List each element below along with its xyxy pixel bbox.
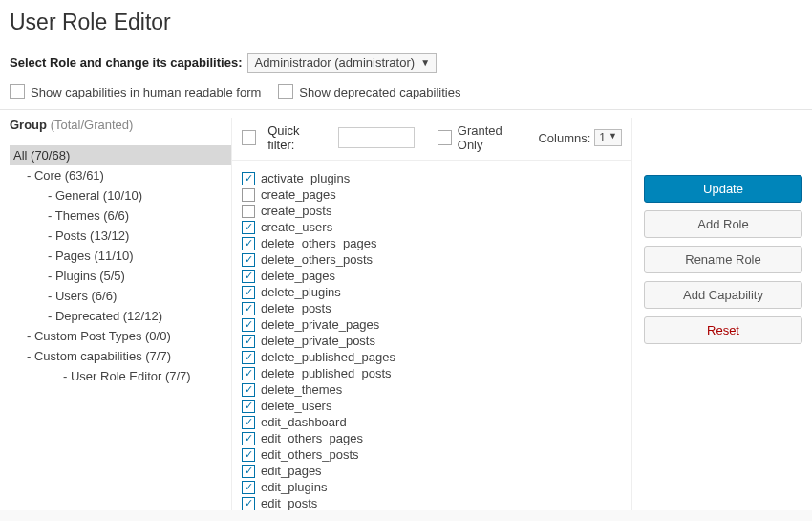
- group-item-themes[interactable]: Themes (6/6): [10, 206, 231, 226]
- capability-item[interactable]: edit_others_pages: [242, 430, 622, 446]
- capability-label: delete_private_posts: [261, 334, 375, 348]
- rename-role-button[interactable]: Rename Role: [644, 246, 802, 273]
- show-deprecated-checkbox[interactable]: Show deprecated capabilities: [278, 84, 460, 99]
- group-item-pages[interactable]: Pages (11/10): [10, 246, 231, 266]
- capability-label: edit_dashboard: [261, 415, 347, 429]
- capability-label: delete_published_posts: [261, 366, 392, 380]
- capability-item[interactable]: delete_published_posts: [242, 365, 622, 381]
- capability-label: edit_pages: [261, 464, 322, 478]
- group-item-custom-capabilities[interactable]: Custom capabilities (7/7): [10, 346, 231, 366]
- group-item-core[interactable]: Core (63/61): [10, 165, 231, 185]
- capability-checkbox[interactable]: [242, 335, 255, 348]
- quick-filter-input[interactable]: [338, 127, 415, 148]
- capability-item[interactable]: delete_posts: [242, 300, 622, 316]
- capability-label: delete_others_pages: [261, 236, 376, 250]
- capability-label: delete_published_pages: [261, 350, 395, 364]
- show-deprecated-label: Show deprecated capabilities: [299, 85, 460, 99]
- group-item-all[interactable]: All (70/68): [10, 145, 231, 165]
- select-all-checkbox[interactable]: [242, 130, 256, 145]
- update-button[interactable]: Update: [644, 175, 802, 203]
- group-header: Group (Total/Granted): [10, 118, 231, 145]
- granted-only-label: Granted Only: [458, 123, 527, 152]
- capability-label: delete_posts: [261, 301, 331, 315]
- capability-label: delete_users: [261, 399, 331, 413]
- capability-checkbox[interactable]: [242, 481, 255, 494]
- group-item-plugins[interactable]: Plugins (5/5): [10, 266, 231, 286]
- checkbox-icon: [10, 84, 25, 99]
- capability-checkbox[interactable]: [242, 400, 255, 413]
- capability-label: delete_themes: [261, 382, 342, 397]
- capability-label: create_pages: [261, 187, 336, 202]
- show-human-readable-checkbox[interactable]: Show capabilities in human readable form: [10, 84, 261, 99]
- capability-item[interactable]: create_pages: [242, 186, 622, 203]
- capability-item[interactable]: delete_users: [242, 398, 622, 414]
- role-select[interactable]: Administrador (administrator) ▼: [247, 53, 437, 73]
- granted-only-checkbox[interactable]: Granted Only: [438, 123, 527, 152]
- capability-checkbox[interactable]: [242, 286, 255, 299]
- capability-checkbox[interactable]: [242, 270, 255, 283]
- capability-checkbox[interactable]: [242, 188, 255, 202]
- capability-checkbox[interactable]: [242, 237, 255, 250]
- capability-checkbox[interactable]: [242, 432, 255, 445]
- capability-checkbox[interactable]: [242, 465, 255, 478]
- role-select-value: Administrador (administrator): [254, 55, 415, 70]
- capability-label: edit_plugins: [261, 480, 327, 494]
- capability-checkbox[interactable]: [242, 221, 255, 234]
- capability-label: delete_pages: [261, 269, 335, 283]
- show-human-label: Show capabilities in human readable form: [31, 85, 261, 99]
- select-role-label: Select Role and change its capabilities:: [10, 55, 242, 70]
- group-item-posts[interactable]: Posts (13/12): [10, 226, 231, 246]
- capability-item[interactable]: edit_others_posts: [242, 446, 622, 463]
- capability-item[interactable]: edit_posts: [242, 495, 622, 510]
- capability-checkbox[interactable]: [242, 497, 255, 510]
- capability-checkbox[interactable]: [242, 205, 255, 218]
- capability-label: delete_plugins: [261, 285, 341, 299]
- checkbox-icon: [438, 130, 452, 145]
- capability-label: activate_plugins: [261, 171, 350, 185]
- capability-item[interactable]: delete_private_posts: [242, 333, 622, 349]
- capability-checkbox[interactable]: [242, 302, 255, 315]
- capability-item[interactable]: edit_pages: [242, 463, 622, 479]
- capability-item[interactable]: delete_published_pages: [242, 349, 622, 365]
- capability-item[interactable]: delete_private_pages: [242, 316, 622, 333]
- capability-item[interactable]: create_users: [242, 219, 622, 235]
- checkbox-icon: [278, 84, 293, 99]
- add-role-button[interactable]: Add Role: [644, 210, 802, 238]
- capability-checkbox[interactable]: [242, 383, 255, 397]
- capability-item[interactable]: edit_plugins: [242, 479, 622, 495]
- capability-checkbox[interactable]: [242, 351, 255, 364]
- columns-select[interactable]: 1 ▼: [594, 129, 622, 146]
- capability-label: delete_private_pages: [261, 317, 379, 332]
- capability-checkbox[interactable]: [242, 172, 255, 185]
- capability-label: create_users: [261, 220, 332, 234]
- group-item-deprecated[interactable]: Deprecated (12/12): [10, 306, 231, 326]
- capability-item[interactable]: create_posts: [242, 203, 622, 219]
- capability-checkbox[interactable]: [242, 253, 255, 267]
- capability-checkbox[interactable]: [242, 318, 255, 332]
- capability-item[interactable]: edit_dashboard: [242, 414, 622, 430]
- chevron-down-icon: ▼: [609, 131, 617, 141]
- quick-filter-label: Quick filter:: [267, 123, 326, 152]
- add-capability-button[interactable]: Add Capability: [644, 281, 802, 309]
- columns-value: 1: [599, 131, 606, 144]
- columns-label: Columns:: [538, 131, 590, 145]
- capability-item[interactable]: delete_plugins: [242, 284, 622, 300]
- capability-item[interactable]: delete_others_pages: [242, 235, 622, 251]
- capability-checkbox[interactable]: [242, 367, 255, 380]
- capabilities-list: activate_pluginscreate_pagescreate_posts…: [232, 161, 631, 510]
- group-item-custom-post-types[interactable]: Custom Post Types (0/0): [10, 326, 231, 346]
- capability-label: edit_posts: [261, 496, 317, 510]
- capability-label: create_posts: [261, 204, 331, 218]
- group-item-general[interactable]: General (10/10): [10, 185, 231, 206]
- capability-checkbox[interactable]: [242, 448, 255, 462]
- reset-button[interactable]: Reset: [644, 316, 802, 344]
- group-item-user-role-editor[interactable]: User Role Editor (7/7): [10, 366, 231, 386]
- capability-item[interactable]: delete_others_posts: [242, 251, 622, 268]
- capability-item[interactable]: delete_themes: [242, 381, 622, 398]
- capability-label: edit_others_posts: [261, 447, 359, 462]
- capability-item[interactable]: delete_pages: [242, 268, 622, 284]
- capability-checkbox[interactable]: [242, 416, 255, 429]
- capability-item[interactable]: activate_plugins: [242, 170, 622, 186]
- group-item-users[interactable]: Users (6/6): [10, 286, 231, 306]
- divider: [0, 109, 812, 110]
